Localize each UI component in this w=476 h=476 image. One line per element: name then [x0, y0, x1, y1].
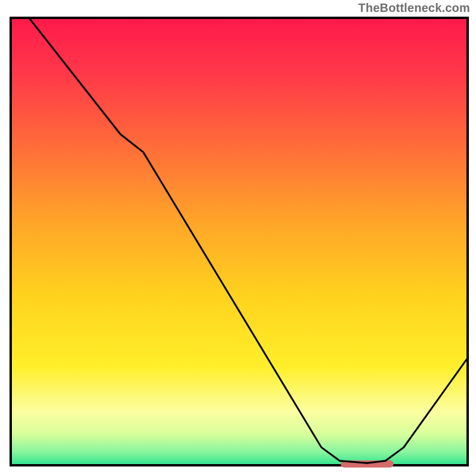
bottleneck-chart: [0, 0, 476, 476]
plot-background: [11, 18, 468, 465]
chart-container: TheBottleneck.com: [0, 0, 476, 476]
